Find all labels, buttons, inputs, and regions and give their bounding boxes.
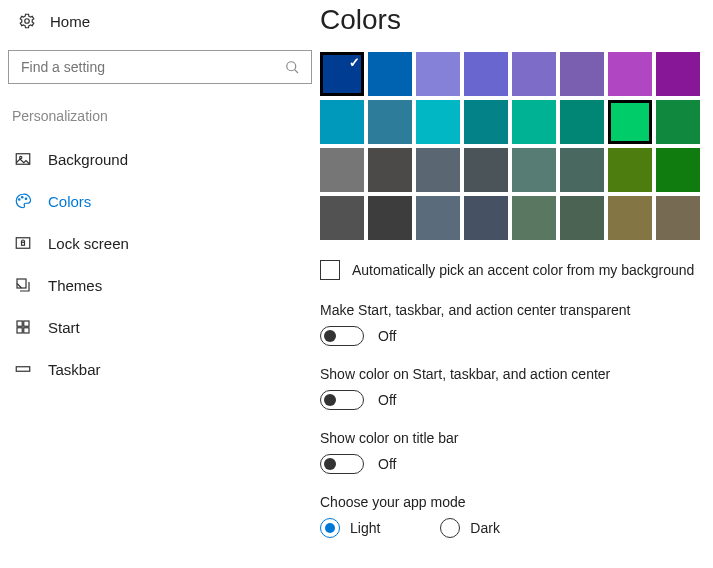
start-icon <box>14 318 32 336</box>
svg-rect-15 <box>16 367 30 372</box>
color-swatch[interactable] <box>656 52 700 96</box>
color-swatch[interactable] <box>608 148 652 192</box>
checkbox-icon <box>320 260 340 280</box>
setting-label: Show color on Start, taskbar, and action… <box>320 366 713 382</box>
color-swatch[interactable] <box>320 100 364 144</box>
radio-icon <box>320 518 340 538</box>
color-swatch[interactable] <box>560 100 604 144</box>
auto-pick-checkbox[interactable]: Automatically pick an accent color from … <box>320 260 713 280</box>
color-swatch[interactable] <box>464 148 508 192</box>
gear-icon <box>18 12 36 30</box>
nav-label: Lock screen <box>48 235 129 252</box>
main-panel: Colors ✓ Automatically pick an accent co… <box>320 0 713 568</box>
svg-line-2 <box>295 70 298 73</box>
nav-background[interactable]: Background <box>8 138 320 180</box>
sidebar: Home Personalization Background Colors <box>0 0 320 568</box>
radio-icon <box>440 518 460 538</box>
color-swatch[interactable] <box>608 100 652 144</box>
nav-label: Colors <box>48 193 91 210</box>
search-box[interactable] <box>8 50 312 84</box>
color-swatch[interactable] <box>464 196 508 240</box>
color-swatch[interactable] <box>368 52 412 96</box>
svg-point-0 <box>25 19 30 24</box>
setting-show-color-title: Show color on title bar Off <box>320 430 713 474</box>
color-swatch[interactable] <box>416 100 460 144</box>
nav-colors[interactable]: Colors <box>8 180 320 222</box>
svg-rect-8 <box>16 238 30 249</box>
color-swatch[interactable] <box>560 148 604 192</box>
lock-screen-icon <box>14 234 32 252</box>
palette-icon <box>14 192 32 210</box>
svg-point-1 <box>287 62 296 71</box>
color-swatch[interactable] <box>416 196 460 240</box>
home-link[interactable]: Home <box>8 8 320 34</box>
toggle-transparent[interactable] <box>320 326 364 346</box>
nav-label: Taskbar <box>48 361 101 378</box>
color-swatch[interactable] <box>320 148 364 192</box>
setting-label: Show color on title bar <box>320 430 713 446</box>
svg-rect-11 <box>17 321 22 326</box>
app-mode-label: Choose your app mode <box>320 494 713 510</box>
nav-themes[interactable]: Themes <box>8 264 320 306</box>
color-swatch[interactable] <box>656 100 700 144</box>
toggle-state: Off <box>378 392 396 408</box>
color-swatch[interactable] <box>608 52 652 96</box>
color-swatch[interactable] <box>368 100 412 144</box>
color-swatch[interactable] <box>560 52 604 96</box>
color-swatch[interactable] <box>608 196 652 240</box>
toggle-show-color-start[interactable] <box>320 390 364 410</box>
color-swatch[interactable] <box>368 196 412 240</box>
color-swatch[interactable] <box>512 148 556 192</box>
svg-point-7 <box>25 198 27 200</box>
home-label: Home <box>50 13 90 30</box>
nav-lock-screen[interactable]: Lock screen <box>8 222 320 264</box>
setting-label: Make Start, taskbar, and action center t… <box>320 302 713 318</box>
picture-icon <box>14 150 32 168</box>
color-swatch[interactable] <box>656 196 700 240</box>
svg-rect-10 <box>17 279 26 288</box>
radio-light[interactable]: Light <box>320 518 380 538</box>
color-swatch[interactable] <box>512 196 556 240</box>
setting-transparent: Make Start, taskbar, and action center t… <box>320 302 713 346</box>
color-swatch[interactable] <box>416 52 460 96</box>
app-mode-radio-group: Light Dark <box>320 518 713 538</box>
search-input[interactable] <box>19 58 283 76</box>
nav-label: Background <box>48 151 128 168</box>
color-swatch[interactable] <box>320 196 364 240</box>
svg-rect-14 <box>24 328 29 333</box>
svg-point-5 <box>19 199 21 201</box>
svg-rect-12 <box>24 321 29 326</box>
radio-label: Dark <box>470 520 500 536</box>
nav-start[interactable]: Start <box>8 306 320 348</box>
svg-point-6 <box>22 197 24 199</box>
toggle-state: Off <box>378 328 396 344</box>
nav-label: Themes <box>48 277 102 294</box>
check-icon: ✓ <box>349 55 360 70</box>
taskbar-icon <box>14 360 32 378</box>
toggle-show-color-title[interactable] <box>320 454 364 474</box>
svg-rect-13 <box>17 328 22 333</box>
toggle-state: Off <box>378 456 396 472</box>
color-swatch[interactable] <box>656 148 700 192</box>
auto-pick-label: Automatically pick an accent color from … <box>352 262 694 278</box>
page-title: Colors <box>320 4 713 36</box>
color-swatch[interactable]: ✓ <box>320 52 364 96</box>
color-swatch-grid: ✓ <box>320 52 713 240</box>
search-icon <box>283 58 301 76</box>
color-swatch[interactable] <box>416 148 460 192</box>
radio-label: Light <box>350 520 380 536</box>
group-title: Personalization <box>12 108 320 124</box>
color-swatch[interactable] <box>368 148 412 192</box>
color-swatch[interactable] <box>512 100 556 144</box>
nav-taskbar[interactable]: Taskbar <box>8 348 320 390</box>
themes-icon <box>14 276 32 294</box>
color-swatch[interactable] <box>512 52 556 96</box>
radio-dark[interactable]: Dark <box>440 518 500 538</box>
nav-label: Start <box>48 319 80 336</box>
color-swatch[interactable] <box>464 100 508 144</box>
nav-list: Background Colors Lock screen Themes Sta… <box>8 138 320 390</box>
color-swatch[interactable] <box>464 52 508 96</box>
color-swatch[interactable] <box>560 196 604 240</box>
svg-rect-9 <box>22 242 25 245</box>
setting-show-color-start: Show color on Start, taskbar, and action… <box>320 366 713 410</box>
